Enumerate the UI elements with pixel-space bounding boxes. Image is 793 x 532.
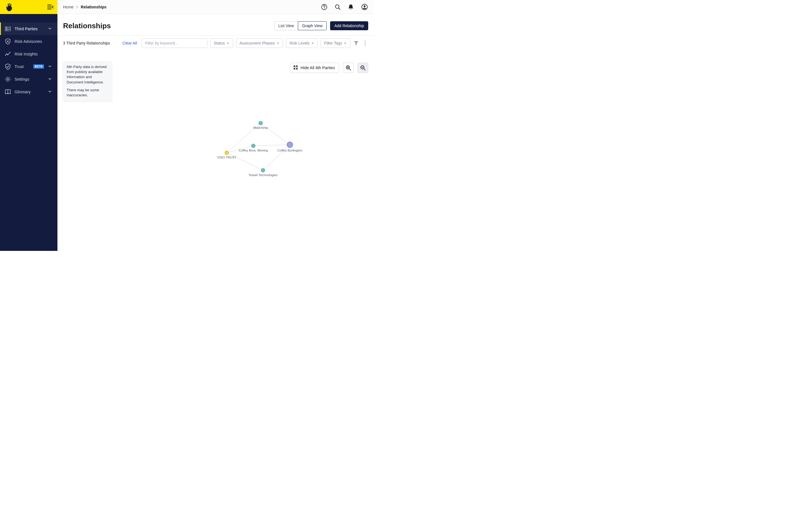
list-icon	[5, 26, 11, 32]
list-view-button[interactable]: List View	[274, 21, 298, 30]
svg-point-4	[6, 53, 7, 54]
svg-point-13	[365, 41, 366, 42]
caret-down-icon: ▼	[277, 42, 279, 45]
relationship-graph[interactable]: VISO TRUSTMailchimpCoffey Bros. MovingTe…	[57, 61, 374, 251]
page-title: Relationships	[63, 22, 274, 30]
svg-rect-2	[5, 26, 11, 31]
filter-bar: 3 Third Party Relationships Clear All St…	[57, 36, 374, 51]
filter-label: Filter Tags	[324, 41, 342, 45]
gear-icon	[5, 76, 11, 82]
svg-point-7	[7, 78, 9, 80]
caret-down-icon: ▼	[227, 42, 229, 45]
insights-icon	[5, 51, 11, 57]
svg-point-22	[287, 142, 293, 148]
svg-point-12	[364, 5, 365, 7]
sidebar-item-trust[interactable]: Trust BETA	[0, 60, 57, 73]
breadcrumb-current: Relationships	[81, 5, 107, 9]
sidebar-item-label: Third Parties	[15, 26, 44, 31]
graph-node-label: Coffey Bros. Moving	[239, 148, 268, 152]
sidebar-item-label: Risk Insights	[15, 52, 52, 56]
graph-node[interactable]: VISO TRUST	[217, 151, 237, 159]
assessment-phases-filter[interactable]: Assessment Phases▼	[236, 38, 283, 48]
sidebar-nav: Third Parties Risk Advisories Risk Insig…	[0, 14, 57, 98]
menu-collapse-icon[interactable]	[47, 4, 54, 10]
chevron-right-icon	[76, 5, 78, 9]
graph-node[interactable]: Coffey Burlington	[277, 142, 302, 152]
keyword-filter-input[interactable]	[142, 38, 207, 48]
risk-levels-filter[interactable]: Risk Levels▼	[286, 38, 318, 48]
graph-edge	[253, 145, 290, 146]
relationship-count: 3 Third Party Relationships	[63, 41, 110, 45]
svg-point-18	[225, 151, 229, 155]
svg-point-14	[365, 42, 366, 44]
sidebar-item-label: Risk Advisories	[15, 39, 52, 44]
sidebar-header	[0, 0, 57, 14]
more-vert-icon[interactable]	[362, 40, 368, 46]
caret-down-icon: ▼	[344, 42, 347, 45]
status-filter[interactable]: Status▼	[210, 38, 233, 48]
graph-node[interactable]: Tessel Technologies	[248, 169, 278, 177]
graph-node-label: VISO TRUST	[217, 155, 237, 159]
svg-point-5	[7, 54, 8, 55]
sidebar-item-risk-insights[interactable]: Risk Insights	[0, 48, 57, 60]
funnel-icon[interactable]	[353, 40, 359, 46]
graph-node[interactable]: Mailchimp	[253, 121, 268, 129]
svg-point-9	[324, 8, 325, 8]
view-switch: List View Graph View	[274, 21, 327, 30]
sidebar-item-label: Settings	[15, 77, 44, 81]
add-relationship-button[interactable]: Add Relationship	[330, 21, 368, 30]
svg-point-20	[252, 144, 255, 148]
graph-view-button[interactable]: Graph View	[298, 21, 327, 30]
graph-node-label: Mailchimp	[253, 126, 268, 129]
svg-point-1	[9, 8, 10, 9]
header-actions: List View Graph View Add Relationship	[274, 21, 368, 30]
svg-point-21	[261, 169, 265, 172]
graph-node-label: Coffey Burlington	[277, 148, 302, 152]
chevron-down-icon	[48, 26, 52, 31]
sidebar-item-label: Trust	[15, 64, 28, 69]
filter-label: Assessment Phases	[240, 41, 275, 45]
filter-tags-filter[interactable]: Filter Tags▼	[320, 38, 350, 48]
caret-down-icon: ▼	[311, 42, 314, 45]
topbar-actions	[321, 4, 368, 10]
help-icon[interactable]	[321, 4, 327, 10]
page: Relationships List View Graph View Add R…	[57, 14, 374, 251]
sidebar-item-third-parties[interactable]: Third Parties	[0, 22, 57, 35]
sidebar-item-settings[interactable]: Settings	[0, 73, 57, 86]
chevron-down-icon	[48, 77, 52, 81]
svg-point-15	[365, 44, 366, 46]
breadcrumb: Home Relationships	[63, 5, 107, 9]
account-icon[interactable]	[362, 4, 368, 10]
clear-all-link[interactable]: Clear All	[123, 41, 137, 45]
topbar: Home Relationships	[57, 0, 374, 14]
svg-point-10	[335, 5, 339, 8]
sidebar-item-risk-advisories[interactable]: Risk Advisories	[0, 35, 57, 48]
brand-logo-icon	[5, 2, 14, 12]
filter-label: Risk Levels	[290, 41, 310, 45]
breadcrumb-home[interactable]: Home	[63, 5, 73, 9]
chevron-down-icon	[48, 90, 52, 94]
shield-check-icon	[5, 64, 11, 70]
sidebar-item-glossary[interactable]: Glossary	[0, 86, 57, 98]
beta-badge: BETA	[33, 64, 44, 69]
graph-node-label: Tessel Technologies	[248, 173, 278, 177]
bell-icon[interactable]	[348, 4, 354, 10]
graph-node[interactable]: Coffey Bros. Moving	[239, 144, 268, 152]
sidebar-item-label: Glossary	[15, 90, 44, 94]
page-header: Relationships List View Graph View Add R…	[57, 14, 374, 36]
search-icon[interactable]	[335, 4, 341, 10]
chevron-down-icon	[48, 64, 52, 69]
shield-x-icon	[5, 39, 11, 44]
graph-canvas[interactable]: Nth Party data is derived from publicly …	[57, 61, 374, 251]
book-icon	[5, 89, 11, 95]
sidebar: Third Parties Risk Advisories Risk Insig…	[0, 0, 57, 251]
svg-point-19	[259, 121, 262, 125]
filter-label: Status	[214, 41, 225, 45]
